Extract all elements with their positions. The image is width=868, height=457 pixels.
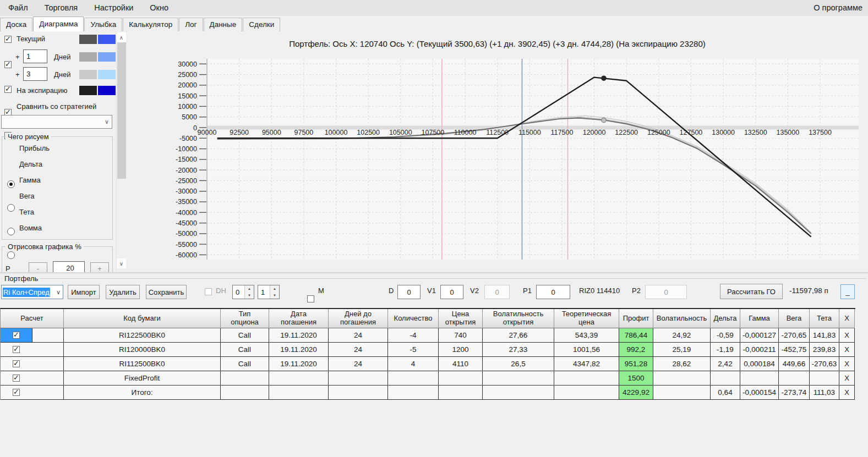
table-cell[interactable]: 1001,56: [554, 343, 619, 357]
table-cell[interactable]: 543,39: [554, 328, 619, 343]
table-cell[interactable]: -0,000154: [740, 386, 779, 400]
table-cell[interactable]: 951,28: [619, 357, 653, 371]
table-cell[interactable]: 24,92: [653, 328, 711, 343]
plus3-checkbox[interactable]: [4, 86, 12, 93]
portfolio-combobox[interactable]: Ri Кол+Спред ∨: [1, 285, 63, 299]
table-cell[interactable]: -0,000211: [740, 343, 779, 357]
table-cell[interactable]: 25,19: [653, 343, 711, 357]
table-cell[interactable]: [221, 371, 269, 386]
radio-delta[interactable]: [7, 204, 15, 212]
table-cell[interactable]: 1500: [619, 371, 653, 386]
v1-field[interactable]: 0: [440, 285, 463, 299]
plus3-color-swatch-1[interactable]: [79, 70, 97, 79]
table-cell[interactable]: Call: [221, 343, 269, 357]
delete-row-button[interactable]: X: [839, 343, 855, 357]
table-cell[interactable]: 24: [329, 357, 388, 371]
column-header-8[interactable]: Теоретическая цена: [554, 309, 619, 328]
plus1-days-input[interactable]: 1: [23, 49, 47, 63]
dh-spinner-1[interactable]: 0 ▲▼: [232, 285, 254, 299]
radio-profit[interactable]: [7, 180, 15, 188]
delete-row-button[interactable]: X: [839, 386, 855, 400]
table-cell[interactable]: 740: [439, 328, 483, 343]
render-minus-button[interactable]: -: [29, 262, 47, 272]
plus3-color-swatch-2[interactable]: [98, 70, 116, 79]
row-calc-checkbox[interactable]: [13, 346, 20, 353]
table-cell[interactable]: 2,42: [711, 357, 740, 371]
p1-field[interactable]: 0: [536, 285, 570, 299]
column-header-10[interactable]: Волатильность: [653, 309, 711, 328]
table-cell[interactable]: 4347,82: [554, 357, 619, 371]
menu-window[interactable]: Окно: [141, 0, 177, 16]
table-cell[interactable]: [740, 371, 779, 386]
table-cell[interactable]: [388, 371, 439, 386]
table-cell[interactable]: 24: [329, 343, 388, 357]
tab-smile[interactable]: Улыбка: [84, 18, 122, 31]
table-cell[interactable]: 111,03: [810, 386, 839, 400]
table-cell[interactable]: -452,75: [779, 343, 810, 357]
table-cell[interactable]: -4: [388, 328, 439, 343]
table-cell[interactable]: 1200: [439, 343, 483, 357]
table-cell[interactable]: -0,000127: [740, 328, 779, 343]
current-line-checkbox[interactable]: [4, 36, 12, 43]
table-cell[interactable]: 27,66: [483, 328, 554, 343]
table-cell[interactable]: 19.11.2020: [269, 328, 329, 343]
row-calc-checkbox[interactable]: [13, 360, 20, 367]
delete-row-button[interactable]: X: [839, 328, 855, 343]
table-cell[interactable]: [388, 386, 439, 400]
dh-checkbox[interactable]: [205, 288, 212, 295]
plus1-color-swatch-1[interactable]: [79, 52, 97, 62]
current-color-swatch-2[interactable]: [98, 35, 116, 44]
table-cell[interactable]: RI120000BK0: [64, 343, 221, 357]
row-calc-cell[interactable]: [1, 386, 64, 400]
column-header-4[interactable]: Дней до погашения: [329, 309, 388, 328]
spinner-arrows[interactable]: ▲▼: [244, 285, 254, 299]
table-cell[interactable]: [653, 386, 711, 400]
row-calc-checkbox[interactable]: [13, 375, 20, 382]
current-color-swatch-1[interactable]: [79, 35, 97, 44]
table-cell[interactable]: -270,65: [779, 328, 810, 343]
table-cell[interactable]: 449,66: [779, 357, 810, 371]
table-cell[interactable]: [329, 371, 388, 386]
table-cell[interactable]: 27,33: [483, 343, 554, 357]
column-header-2[interactable]: Тип опциона: [221, 309, 269, 328]
menu-file[interactable]: Файл: [0, 0, 36, 16]
column-header-12[interactable]: Гамма: [740, 309, 779, 328]
table-cell[interactable]: [810, 371, 839, 386]
delete-button[interactable]: Удалить: [106, 285, 140, 299]
row-calc-cell[interactable]: [1, 343, 64, 357]
menu-about[interactable]: О программе: [811, 0, 865, 16]
table-cell[interactable]: 786,44: [619, 328, 653, 343]
p2-field[interactable]: 0: [645, 285, 687, 299]
table-cell[interactable]: 4: [388, 357, 439, 371]
table-cell[interactable]: [483, 371, 554, 386]
m-checkbox[interactable]: [307, 295, 314, 302]
table-cell[interactable]: RI112500BK0: [64, 357, 221, 371]
table-cell[interactable]: [554, 386, 619, 400]
column-header-1[interactable]: Код бумаги: [64, 309, 221, 328]
table-cell[interactable]: 4110: [439, 357, 483, 371]
chart-canvas[interactable]: 300002500020000150001000050000-5000-1000…: [127, 31, 868, 272]
plus1-color-swatch-2[interactable]: [98, 52, 116, 62]
render-plus-button[interactable]: +: [90, 262, 109, 272]
table-cell[interactable]: Call: [221, 357, 269, 371]
table-cell[interactable]: -273,74: [779, 386, 810, 400]
table-cell[interactable]: [439, 371, 483, 386]
column-header-14[interactable]: Тета: [810, 309, 839, 328]
table-cell[interactable]: [439, 386, 483, 400]
v2-field[interactable]: 0: [484, 285, 510, 299]
plus3-days-input[interactable]: 3: [23, 67, 47, 81]
column-header-9[interactable]: Профит: [619, 309, 653, 328]
row-calc-checkbox[interactable]: [13, 332, 20, 339]
spinner-down-icon[interactable]: ▼: [245, 292, 254, 299]
spinner-up-icon[interactable]: ▲: [245, 285, 254, 292]
save-button[interactable]: Сохранить: [146, 285, 187, 299]
table-cell[interactable]: Call: [221, 328, 269, 343]
tab-diagram[interactable]: Диаграмма: [33, 16, 84, 32]
table-cell[interactable]: 19.11.2020: [269, 343, 329, 357]
plus1-checkbox[interactable]: [4, 61, 12, 68]
table-cell[interactable]: 28,62: [653, 357, 711, 371]
tab-board[interactable]: Доска: [0, 18, 32, 31]
table-cell[interactable]: [779, 371, 810, 386]
table-cell[interactable]: FixedProfit: [64, 371, 221, 386]
column-header-11[interactable]: Дельта: [711, 309, 740, 328]
